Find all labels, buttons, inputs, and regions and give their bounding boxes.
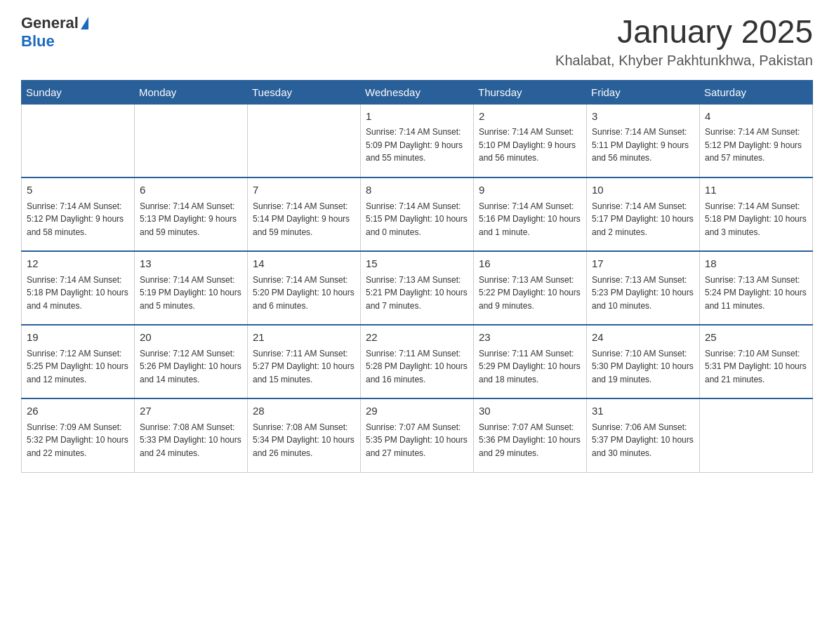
day-info: Sunrise: 7:08 AM Sunset: 5:33 PM Dayligh…	[140, 421, 242, 460]
day-info: Sunrise: 7:14 AM Sunset: 5:10 PM Dayligh…	[479, 126, 581, 165]
calendar-cell: 3Sunrise: 7:14 AM Sunset: 5:11 PM Daylig…	[587, 104, 700, 177]
day-info: Sunrise: 7:13 AM Sunset: 5:22 PM Dayligh…	[479, 274, 581, 313]
day-number: 18	[705, 256, 807, 272]
calendar-cell: 4Sunrise: 7:14 AM Sunset: 5:12 PM Daylig…	[700, 104, 813, 177]
day-number: 26	[27, 403, 129, 420]
calendar-week-row: 1Sunrise: 7:14 AM Sunset: 5:09 PM Daylig…	[22, 104, 813, 177]
calendar-cell: 21Sunrise: 7:11 AM Sunset: 5:27 PM Dayli…	[248, 325, 361, 398]
day-number: 30	[479, 403, 581, 420]
day-number: 19	[27, 330, 129, 346]
day-info: Sunrise: 7:14 AM Sunset: 5:13 PM Dayligh…	[140, 200, 242, 239]
weekday-header-saturday: Saturday	[700, 80, 813, 104]
day-info: Sunrise: 7:14 AM Sunset: 5:12 PM Dayligh…	[705, 126, 807, 165]
weekday-header-row: SundayMondayTuesdayWednesdayThursdayFrid…	[22, 80, 813, 104]
calendar-cell: 12Sunrise: 7:14 AM Sunset: 5:18 PM Dayli…	[22, 251, 135, 325]
calendar-week-row: 26Sunrise: 7:09 AM Sunset: 5:32 PM Dayli…	[22, 398, 813, 472]
day-info: Sunrise: 7:14 AM Sunset: 5:12 PM Dayligh…	[27, 200, 129, 239]
calendar-cell: 17Sunrise: 7:13 AM Sunset: 5:23 PM Dayli…	[587, 251, 700, 325]
day-number: 24	[592, 330, 694, 346]
day-info: Sunrise: 7:14 AM Sunset: 5:11 PM Dayligh…	[592, 126, 694, 165]
day-number: 13	[140, 256, 242, 272]
day-number: 27	[140, 403, 242, 420]
day-info: Sunrise: 7:12 AM Sunset: 5:26 PM Dayligh…	[140, 347, 242, 387]
weekday-header-friday: Friday	[587, 80, 700, 104]
day-info: Sunrise: 7:07 AM Sunset: 5:36 PM Dayligh…	[479, 421, 581, 460]
day-info: Sunrise: 7:14 AM Sunset: 5:09 PM Dayligh…	[366, 126, 468, 165]
calendar-cell: 14Sunrise: 7:14 AM Sunset: 5:20 PM Dayli…	[248, 251, 361, 325]
day-number: 23	[479, 330, 581, 346]
calendar-cell	[700, 398, 813, 472]
day-info: Sunrise: 7:14 AM Sunset: 5:18 PM Dayligh…	[705, 200, 807, 239]
day-info: Sunrise: 7:11 AM Sunset: 5:28 PM Dayligh…	[366, 347, 468, 387]
calendar-cell: 6Sunrise: 7:14 AM Sunset: 5:13 PM Daylig…	[135, 177, 248, 251]
day-number: 20	[140, 330, 242, 346]
day-number: 17	[592, 256, 694, 272]
weekday-header-tuesday: Tuesday	[248, 80, 361, 104]
calendar-cell: 26Sunrise: 7:09 AM Sunset: 5:32 PM Dayli…	[22, 398, 135, 472]
calendar-week-row: 5Sunrise: 7:14 AM Sunset: 5:12 PM Daylig…	[22, 177, 813, 251]
calendar-cell	[135, 104, 248, 177]
calendar-cell: 8Sunrise: 7:14 AM Sunset: 5:15 PM Daylig…	[361, 177, 474, 251]
calendar-cell: 31Sunrise: 7:06 AM Sunset: 5:37 PM Dayli…	[587, 398, 700, 472]
day-info: Sunrise: 7:14 AM Sunset: 5:20 PM Dayligh…	[253, 274, 355, 313]
day-info: Sunrise: 7:13 AM Sunset: 5:23 PM Dayligh…	[592, 274, 694, 313]
day-number: 4	[705, 109, 807, 125]
day-info: Sunrise: 7:10 AM Sunset: 5:31 PM Dayligh…	[705, 347, 807, 387]
day-info: Sunrise: 7:12 AM Sunset: 5:25 PM Dayligh…	[27, 347, 129, 387]
day-number: 8	[366, 182, 468, 199]
day-info: Sunrise: 7:14 AM Sunset: 5:19 PM Dayligh…	[140, 274, 242, 313]
calendar-cell: 27Sunrise: 7:08 AM Sunset: 5:33 PM Dayli…	[135, 398, 248, 472]
day-number: 28	[253, 403, 355, 420]
day-number: 10	[592, 182, 694, 199]
weekday-header-wednesday: Wednesday	[361, 80, 474, 104]
day-info: Sunrise: 7:14 AM Sunset: 5:14 PM Dayligh…	[253, 200, 355, 239]
day-info: Sunrise: 7:07 AM Sunset: 5:35 PM Dayligh…	[366, 421, 468, 460]
calendar-cell: 5Sunrise: 7:14 AM Sunset: 5:12 PM Daylig…	[22, 177, 135, 251]
weekday-header-monday: Monday	[135, 80, 248, 104]
day-number: 6	[140, 182, 242, 199]
day-number: 25	[705, 330, 807, 346]
page-title: January 2025	[555, 14, 813, 50]
calendar-cell: 2Sunrise: 7:14 AM Sunset: 5:10 PM Daylig…	[474, 104, 587, 177]
weekday-header-sunday: Sunday	[22, 80, 135, 104]
day-number: 31	[592, 403, 694, 420]
day-number: 29	[366, 403, 468, 420]
day-info: Sunrise: 7:13 AM Sunset: 5:24 PM Dayligh…	[705, 274, 807, 313]
logo-blue-text: Blue	[21, 32, 55, 51]
day-info: Sunrise: 7:09 AM Sunset: 5:32 PM Dayligh…	[27, 421, 129, 460]
day-info: Sunrise: 7:06 AM Sunset: 5:37 PM Dayligh…	[592, 421, 694, 460]
day-number: 21	[253, 330, 355, 346]
calendar-table: SundayMondayTuesdayWednesdayThursdayFrid…	[21, 80, 813, 473]
calendar-cell: 10Sunrise: 7:14 AM Sunset: 5:17 PM Dayli…	[587, 177, 700, 251]
calendar-cell: 22Sunrise: 7:11 AM Sunset: 5:28 PM Dayli…	[361, 325, 474, 398]
day-number: 7	[253, 182, 355, 199]
day-number: 1	[366, 109, 468, 125]
calendar-cell: 29Sunrise: 7:07 AM Sunset: 5:35 PM Dayli…	[361, 398, 474, 472]
logo: General Blue	[21, 14, 88, 51]
day-info: Sunrise: 7:14 AM Sunset: 5:15 PM Dayligh…	[366, 200, 468, 239]
calendar-week-row: 19Sunrise: 7:12 AM Sunset: 5:25 PM Dayli…	[22, 325, 813, 398]
calendar-cell: 19Sunrise: 7:12 AM Sunset: 5:25 PM Dayli…	[22, 325, 135, 398]
day-number: 3	[592, 109, 694, 125]
day-info: Sunrise: 7:14 AM Sunset: 5:17 PM Dayligh…	[592, 200, 694, 239]
page-header: General Blue January 2025 Khalabat, Khyb…	[21, 14, 813, 69]
calendar-week-row: 12Sunrise: 7:14 AM Sunset: 5:18 PM Dayli…	[22, 251, 813, 325]
calendar-cell: 11Sunrise: 7:14 AM Sunset: 5:18 PM Dayli…	[700, 177, 813, 251]
calendar-cell: 13Sunrise: 7:14 AM Sunset: 5:19 PM Dayli…	[135, 251, 248, 325]
day-number: 11	[705, 182, 807, 199]
day-number: 16	[479, 256, 581, 272]
title-area: January 2025 Khalabat, Khyber Pakhtunkhw…	[555, 14, 813, 69]
day-info: Sunrise: 7:13 AM Sunset: 5:21 PM Dayligh…	[366, 274, 468, 313]
day-info: Sunrise: 7:08 AM Sunset: 5:34 PM Dayligh…	[253, 421, 355, 460]
day-number: 5	[27, 182, 129, 199]
day-number: 15	[366, 256, 468, 272]
calendar-cell: 15Sunrise: 7:13 AM Sunset: 5:21 PM Dayli…	[361, 251, 474, 325]
day-number: 2	[479, 109, 581, 125]
day-number: 22	[366, 330, 468, 346]
calendar-cell: 7Sunrise: 7:14 AM Sunset: 5:14 PM Daylig…	[248, 177, 361, 251]
calendar-cell	[248, 104, 361, 177]
day-info: Sunrise: 7:11 AM Sunset: 5:29 PM Dayligh…	[479, 347, 581, 387]
calendar-cell: 25Sunrise: 7:10 AM Sunset: 5:31 PM Dayli…	[700, 325, 813, 398]
calendar-cell: 23Sunrise: 7:11 AM Sunset: 5:29 PM Dayli…	[474, 325, 587, 398]
day-info: Sunrise: 7:11 AM Sunset: 5:27 PM Dayligh…	[253, 347, 355, 387]
